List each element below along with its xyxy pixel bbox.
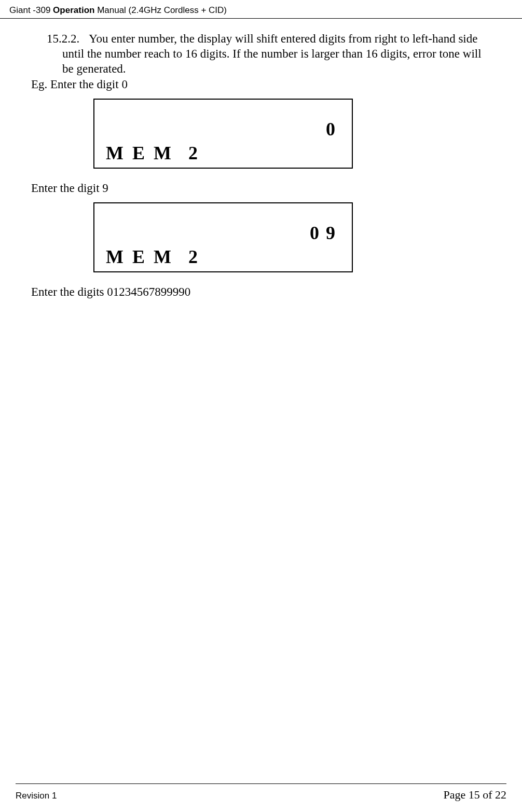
display2-mem-label: M E M — [106, 246, 173, 267]
example-line-2: Enter the digit 9 — [31, 181, 491, 196]
section-15-2-2: 15.2.2. You enter number, the display wi… — [31, 32, 491, 47]
display1-mem-label: M E M — [106, 143, 173, 163]
header-title-bold: Operation — [53, 5, 94, 15]
display1-mem: M E M 2 — [104, 144, 342, 162]
page-header: Giant -309 Operation Manual (2.4GHz Cord… — [0, 0, 522, 19]
header-product: Giant -309 — [9, 5, 53, 15]
section-line1: You enter number, the display will shift… — [89, 32, 491, 47]
display1-mem-num: 2 — [188, 143, 200, 163]
section-line2: until the number reach to 16 digits. If … — [62, 47, 491, 62]
header-title-rest: Manual (2.4GHz Cordless + CID) — [94, 5, 227, 15]
lcd-display-1: 0 M E M 2 — [93, 99, 353, 169]
display1-digits: 0 — [104, 120, 342, 139]
example-line-1: Eg. Enter the digit 0 — [31, 77, 491, 92]
section-number: 15.2.2. — [47, 32, 79, 47]
section-line3: be generated. — [62, 62, 491, 77]
footer-divider — [16, 783, 506, 784]
footer-revision: Revision 1 — [16, 791, 57, 801]
lcd-display-2: 0 9 M E M 2 — [93, 202, 353, 272]
display2-mem-num: 2 — [188, 246, 200, 267]
page-content: 15.2.2. You enter number, the display wi… — [0, 19, 522, 300]
example-line-3: Enter the digits 01234567899990 — [31, 285, 491, 300]
display2-mem: M E M 2 — [104, 247, 342, 266]
display2-digits: 0 9 — [104, 224, 342, 242]
footer-page-number: Page 15 of 22 — [443, 788, 506, 802]
page-footer: Revision 1 Page 15 of 22 — [0, 783, 522, 812]
footer-row: Revision 1 Page 15 of 22 — [16, 788, 506, 802]
